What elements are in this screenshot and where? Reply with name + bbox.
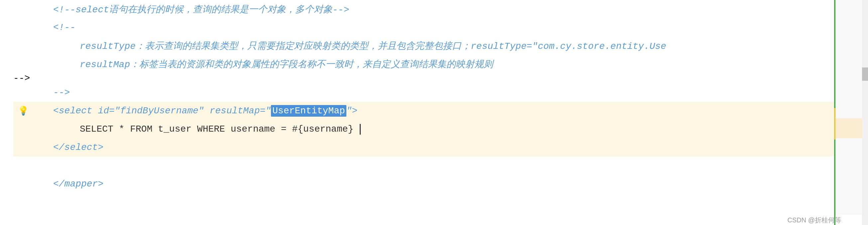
lightbulb-icon: 💡 <box>13 106 33 116</box>
code-lines: <!--select语句在执行的时候，查询的结果是一个对象，多个对象--> <!… <box>0 0 868 193</box>
comment-line-5: --> <box>53 88 70 98</box>
comment-line-1: <!--select语句在执行的时候，查询的结果是一个对象，多个对象--> <box>53 5 349 15</box>
result-map-value-highlight: UserEntityMap <box>271 105 346 117</box>
code-editor: <!--select语句在执行的时候，查询的结果是一个对象，多个对象--> <!… <box>0 0 868 225</box>
comment-line-4: resultMap：标签当表的资源和类的对象属性的字段名称不一致时，来自定义查询… <box>80 60 493 70</box>
bottom-bar: CSDN @折桂何等 <box>787 215 841 225</box>
code-line-3: resultType：表示查询的结果集类型，只需要指定对应映射类的类型，并且包含… <box>13 37 868 55</box>
code-line-8: </select> <box>13 138 868 157</box>
code-line-7: SELECT * FROM t_user WHERE username = #{… <box>13 120 868 138</box>
select-tag-suffix: "> <box>346 106 358 116</box>
close-mapper-tag: </mapper> <box>53 179 103 189</box>
code-line-5: --> <box>13 84 868 102</box>
mini-map-highlight <box>836 118 862 138</box>
close-select-tag: </select> <box>53 142 103 153</box>
code-line-9 <box>13 157 868 175</box>
sql-content: SELECT * FROM t_user WHERE username = #{… <box>80 124 353 134</box>
mini-map <box>835 0 862 215</box>
code-area: <!--select语句在执行的时候，查询的结果是一个对象，多个对象--> <!… <box>0 0 868 225</box>
code-line-4: resultMap：标签当表的资源和类的对象属性的字段名称不一致时，来自定义查询… <box>13 55 868 73</box>
select-tag-prefix: <select id="findByUsername" resultMap=" <box>53 106 271 116</box>
text-cursor <box>360 124 361 135</box>
scrollbar-thumb[interactable] <box>862 67 868 81</box>
comment-line-3: resultType：表示查询的结果集类型，只需要指定对应映射类的类型，并且包含… <box>80 41 666 52</box>
bottom-bar-text: CSDN @折桂何等 <box>787 216 841 225</box>
code-line-2: <!-- <box>13 18 868 37</box>
code-line-10: </mapper> <box>13 175 868 193</box>
code-line-6: 💡 <select id="findByUsername" resultMap=… <box>13 102 868 120</box>
code-line-1: <!--select语句在执行的时候，查询的结果是一个对象，多个对象--> <box>13 0 868 18</box>
comment-line-2: <!-- <box>53 22 75 33</box>
right-scrollbar[interactable] <box>862 0 868 225</box>
